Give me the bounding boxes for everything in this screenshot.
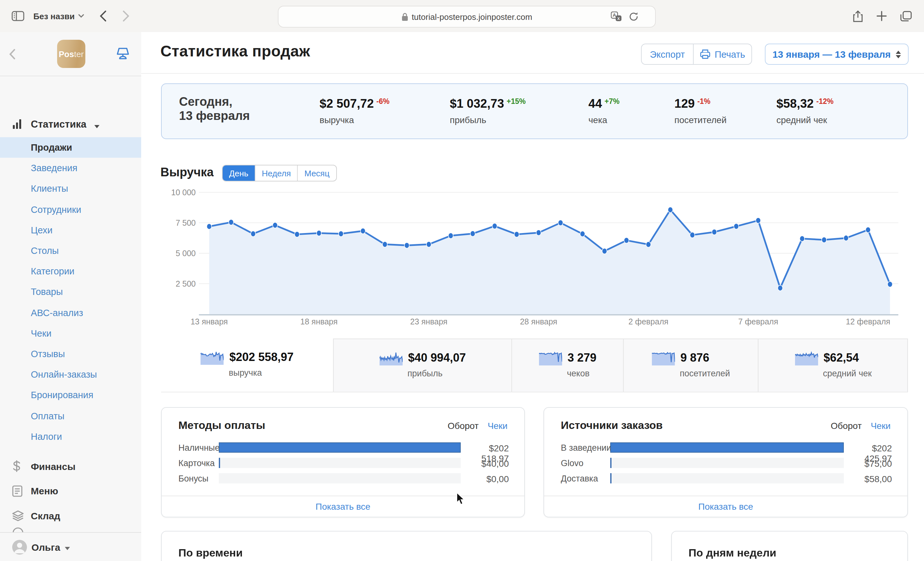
bar-fill bbox=[610, 442, 844, 453]
today-summary-card: Сегодня,13 февраля $2 507,72-6%выручка$1… bbox=[161, 83, 908, 139]
sidebar-item-цехи[interactable]: Цехи bbox=[0, 220, 141, 241]
period-toggle: ДеньНеделяМесяц bbox=[222, 165, 336, 181]
sidebar-user[interactable]: Ольга bbox=[0, 532, 141, 561]
total-cell-посетителей[interactable]: 9 876посетителей bbox=[623, 338, 758, 392]
sidebar-item-столы[interactable]: Столы bbox=[0, 241, 141, 261]
pos-terminal-icon[interactable] bbox=[116, 48, 130, 60]
sidebar-item-авс-анализ[interactable]: АВС-анализ bbox=[0, 302, 141, 323]
date-range-picker[interactable]: 13 января — 13 февраля bbox=[765, 43, 909, 65]
bar-row-Glovo: Glovo$75,00 bbox=[544, 458, 908, 468]
toggle-receipts[interactable]: Чеки bbox=[488, 420, 507, 431]
order-sources-title: Источники заказов bbox=[561, 419, 663, 432]
svg-text:13 января: 13 января bbox=[190, 317, 228, 326]
sidebar-header: Poster bbox=[0, 32, 141, 76]
sparkline-icon bbox=[538, 350, 562, 365]
today-stat-прибыль: $1 032,73+15%прибыль bbox=[450, 97, 526, 125]
svg-text:7 500: 7 500 bbox=[176, 218, 196, 227]
sparkline-icon bbox=[795, 350, 818, 365]
toggle-receipts[interactable]: Чеки bbox=[871, 420, 891, 431]
svg-text:12 февраля: 12 февраля bbox=[846, 317, 890, 326]
new-tab-icon[interactable] bbox=[873, 0, 890, 32]
toolbar-button-group: Экспорт Печать bbox=[641, 43, 752, 65]
bar-track bbox=[610, 442, 844, 453]
sidebar-item-заведения[interactable]: Заведения bbox=[0, 158, 141, 178]
forward-button[interactable] bbox=[118, 0, 134, 32]
today-stat-посетителей: 129-1%посетителей bbox=[674, 97, 727, 125]
bar-track bbox=[219, 473, 461, 483]
sidebar-item-онлайн-заказы[interactable]: Онлайн-заказы bbox=[0, 364, 141, 385]
svg-text:28 января: 28 января bbox=[520, 317, 557, 326]
sidebar-item-категории[interactable]: Категории bbox=[0, 261, 141, 281]
today-stat-чека: 44+7%чека bbox=[588, 97, 620, 125]
collapse-sidebar-icon[interactable] bbox=[9, 49, 15, 60]
dollar-icon bbox=[12, 461, 24, 472]
payment-methods-title: Методы оплаты bbox=[178, 419, 266, 432]
date-range-label: 13 января — 13 февраля bbox=[772, 49, 891, 60]
bar-fill bbox=[610, 473, 612, 483]
payment-methods-card: Методы оплаты Оборот Чеки Наличные$202 5… bbox=[161, 407, 525, 518]
sidebar-section-склад[interactable]: Склад bbox=[0, 503, 141, 528]
sidebar-item-оплаты[interactable]: Оплаты bbox=[0, 405, 141, 426]
sidebar-item-сотрудники[interactable]: Сотрудники bbox=[0, 199, 141, 220]
toggle-turnover[interactable]: Оборот bbox=[831, 420, 862, 431]
by-time-title: По времени bbox=[178, 547, 243, 560]
sidebar-item-продажи[interactable]: Продажи bbox=[0, 137, 141, 158]
sidebar-item-отзывы[interactable]: Отзывы bbox=[0, 344, 141, 364]
sparkline-icon bbox=[652, 350, 675, 365]
toggle-turnover[interactable]: Оборот bbox=[448, 420, 478, 431]
show-all-link[interactable]: Показать все bbox=[162, 495, 524, 517]
totals-right-border bbox=[908, 338, 908, 392]
sidebar-section-финансы[interactable]: Финансы bbox=[0, 454, 141, 479]
bar-fill bbox=[610, 458, 612, 468]
print-label: Печать bbox=[714, 49, 745, 59]
total-cell-чеков[interactable]: 3 279чеков bbox=[512, 338, 623, 392]
translate-icon[interactable]: A x bbox=[611, 12, 622, 22]
sidebar-nav: ПродажиЗаведенияКлиентыСотрудникиЦехиСто… bbox=[0, 137, 141, 447]
period-tab-неделя[interactable]: Неделя bbox=[255, 165, 298, 181]
sidebar-item-чеки[interactable]: Чеки bbox=[0, 323, 141, 343]
sparkline-icon bbox=[379, 350, 402, 365]
show-all-link[interactable]: Показать все bbox=[544, 495, 908, 517]
total-cell-прибыль[interactable]: $40 994,07прибыль bbox=[333, 338, 512, 392]
export-button[interactable]: Экспорт bbox=[642, 44, 694, 64]
tab-overview-icon[interactable] bbox=[897, 0, 915, 32]
app-window: Без назви tutorial-posterpos.joinposter.… bbox=[0, 0, 924, 561]
total-cell-выручка[interactable]: $202 558,97выручка bbox=[161, 338, 333, 392]
bar-row-Доставка: Доставка$58,00 bbox=[544, 473, 908, 483]
bar-track bbox=[610, 473, 844, 483]
bar-track bbox=[610, 458, 844, 468]
avatar bbox=[12, 540, 27, 555]
sidebar-item-бронирования[interactable]: Бронирования bbox=[0, 385, 141, 405]
tab-title[interactable]: Без назви bbox=[33, 0, 84, 32]
sidebar-item-налоги[interactable]: Налоги bbox=[0, 426, 141, 447]
back-button[interactable] bbox=[95, 0, 110, 32]
sidebar-toggle-icon[interactable] bbox=[9, 0, 27, 32]
sparkline-icon bbox=[201, 349, 224, 365]
print-button[interactable]: Печать bbox=[694, 44, 752, 64]
layers-icon bbox=[12, 510, 24, 521]
sidebar-section-меню[interactable]: Меню bbox=[0, 479, 141, 503]
total-cell-средний-чек[interactable]: $62,54средний чек bbox=[758, 338, 908, 392]
lock-icon bbox=[401, 12, 408, 21]
bar-row-Карточка: Карточка$40,00 bbox=[162, 458, 524, 468]
period-tab-месяц[interactable]: Месяц bbox=[298, 165, 336, 181]
header-divider bbox=[141, 73, 924, 74]
today-stat-средний-чек: $58,32-12%средний чек bbox=[776, 97, 834, 125]
sidebar-item-товары[interactable]: Товары bbox=[0, 282, 141, 302]
export-label: Экспорт bbox=[650, 49, 685, 59]
revenue-chart: 2 5005 0007 50010 00013 января18 января2… bbox=[160, 187, 909, 329]
sidebar-section-statistics[interactable]: Статистика bbox=[0, 116, 141, 134]
sidebar: Poster Статистика ПродажиЗаведенияКлиент… bbox=[0, 32, 142, 561]
poster-logo[interactable]: Poster bbox=[57, 40, 86, 68]
bar-row-Наличные: Наличные$202 518,97 bbox=[162, 442, 524, 453]
svg-text:10 000: 10 000 bbox=[171, 188, 196, 197]
period-tab-день[interactable]: День bbox=[223, 165, 255, 181]
address-bar[interactable]: tutorial-posterpos.joinposter.com A x bbox=[278, 6, 656, 28]
today-stat-выручка: $2 507,72-6%выручка bbox=[320, 97, 390, 125]
bar-chart-icon bbox=[12, 119, 23, 130]
share-icon[interactable] bbox=[850, 0, 866, 32]
totals-bottom-border bbox=[161, 392, 908, 392]
sidebar-item-клиенты[interactable]: Клиенты bbox=[0, 178, 141, 199]
reload-icon[interactable] bbox=[629, 12, 639, 22]
bar-row-Бонусы: Бонусы$0,00 bbox=[162, 473, 524, 483]
